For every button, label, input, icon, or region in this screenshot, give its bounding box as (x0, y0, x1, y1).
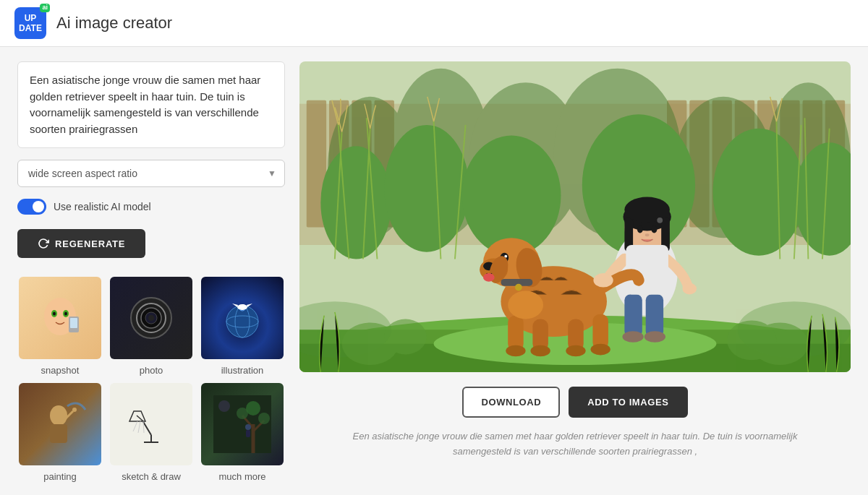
svg-point-34 (218, 400, 230, 412)
illustration-thumbnail (213, 289, 271, 347)
svg-point-41 (245, 424, 251, 430)
sketch-thumbnail (122, 395, 180, 453)
image-caption: Een asiatische jonge vrouw die samen met… (329, 429, 821, 460)
download-button[interactable]: DOWNLOAD (462, 387, 560, 418)
aspect-ratio-select[interactable]: wide screen aspect ratio square portrait… (17, 160, 285, 187)
svg-rect-84 (624, 294, 642, 337)
add-to-images-button[interactable]: ADD TO IMAGES (569, 387, 687, 418)
svg-point-38 (258, 413, 270, 424)
left-panel: Een asiatische jonge vrouw die samen met… (17, 61, 299, 482)
svg-point-86 (622, 331, 643, 343)
more-thumbnail (213, 395, 271, 453)
main-generated-image (299, 61, 851, 372)
svg-line-30 (133, 421, 137, 431)
prompt-display: Een asiatische jonge vrouw die samen met… (17, 61, 285, 148)
svg-point-95 (637, 226, 643, 233)
grid-item-more[interactable]: much more (200, 382, 285, 482)
svg-point-94 (624, 197, 670, 223)
svg-point-120 (593, 273, 613, 288)
main-image-container (299, 61, 851, 372)
svg-rect-85 (646, 294, 663, 337)
style-grid: snapshot (17, 275, 285, 482)
svg-point-40 (246, 401, 260, 416)
regenerate-icon (38, 238, 49, 249)
snapshot-thumbnail (31, 289, 89, 347)
main-container: Een asiatische jonge vrouw die samen met… (0, 47, 868, 495)
svg-point-87 (644, 331, 665, 343)
svg-point-108 (483, 273, 495, 282)
svg-rect-6 (70, 318, 77, 328)
svg-point-118 (508, 290, 543, 319)
page-title: Ai image creator (56, 14, 172, 33)
painting-thumbnail (31, 395, 89, 453)
toggle-label: Use realistic AI model (54, 201, 151, 212)
svg-rect-42 (246, 430, 250, 437)
svg-point-125 (384, 319, 427, 355)
svg-point-119 (515, 284, 522, 291)
realistic-model-toggle[interactable] (17, 199, 46, 215)
logo: UP DATE ai (14, 7, 46, 39)
svg-line-28 (137, 416, 142, 421)
aspect-ratio-dropdown-wrapper: wide screen aspect ratio square portrait… (17, 160, 285, 187)
regenerate-button[interactable]: REGENERATE (17, 229, 145, 258)
svg-point-116 (590, 344, 610, 356)
grid-label-illustration: illustration (221, 365, 264, 376)
svg-point-115 (566, 345, 585, 357)
svg-marker-17 (232, 304, 238, 307)
svg-point-11 (148, 315, 154, 321)
realistic-model-toggle-row: Use realistic AI model (17, 199, 285, 215)
svg-point-96 (652, 226, 658, 233)
svg-point-89 (682, 283, 697, 295)
svg-point-114 (530, 345, 550, 357)
svg-point-4 (64, 312, 67, 316)
svg-point-65 (462, 136, 561, 256)
logo-badge: ai (40, 4, 50, 12)
grid-item-sketch[interactable]: sketch & draw (109, 382, 194, 482)
grid-label-sketch: sketch & draw (122, 471, 181, 482)
svg-point-19 (242, 304, 244, 307)
svg-point-98 (657, 218, 663, 223)
action-buttons: DOWNLOAD ADD TO IMAGES (462, 387, 687, 418)
grid-label-photo: photo (140, 365, 163, 376)
svg-line-31 (138, 421, 140, 433)
grid-label-snapshot: snapshot (41, 365, 80, 376)
grid-item-snapshot[interactable]: snapshot (17, 275, 103, 376)
right-panel: DOWNLOAD ADD TO IMAGES Een asiatische jo… (299, 61, 851, 482)
svg-point-113 (506, 345, 525, 357)
grid-item-photo[interactable]: photo (109, 275, 194, 376)
svg-point-63 (320, 146, 391, 259)
photo-thumbnail (122, 289, 180, 347)
svg-marker-18 (247, 304, 252, 307)
svg-point-97 (645, 233, 650, 236)
grid-item-illustration[interactable]: illustration (200, 275, 285, 376)
grid-label-more: much more (218, 471, 265, 482)
grid-label-painting: painting (43, 471, 77, 482)
svg-point-24 (72, 408, 77, 412)
toggle-knob (33, 201, 44, 212)
svg-point-3 (53, 312, 56, 316)
svg-point-126 (727, 321, 776, 361)
svg-point-67 (712, 129, 804, 256)
grid-item-painting[interactable]: painting (17, 382, 103, 482)
app-header: UP DATE ai Ai image creator (0, 0, 868, 47)
